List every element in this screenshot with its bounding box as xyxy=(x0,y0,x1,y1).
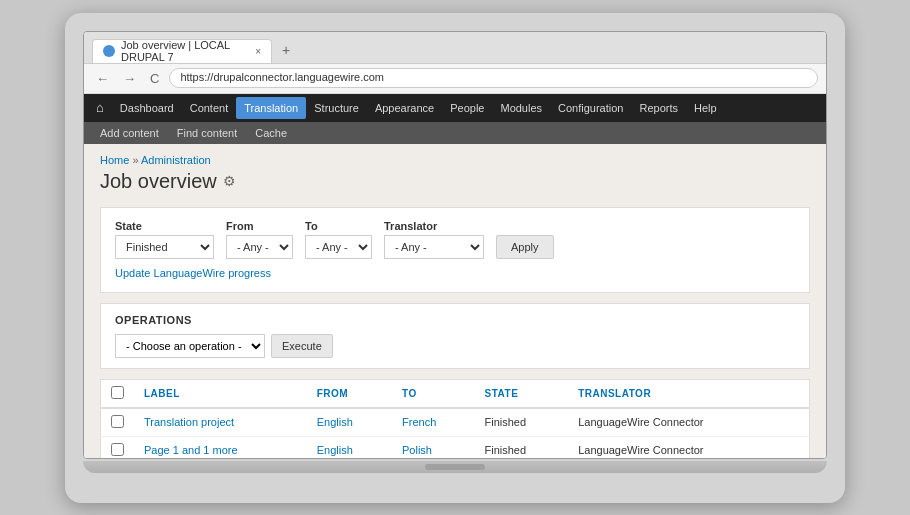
tab-close-button[interactable]: × xyxy=(255,46,261,57)
address-bar: ← → C https://drupalconnector.languagewi… xyxy=(84,64,826,94)
th-translator: TRANSLATOR xyxy=(568,379,809,408)
translator-label: Translator xyxy=(384,220,484,232)
row2-label[interactable]: Page 1 and 1 more xyxy=(134,436,307,458)
page-title: Job overview xyxy=(100,170,217,193)
nav-item-content[interactable]: Content xyxy=(182,97,237,119)
url-bar[interactable]: https://drupalconnector.languagewire.com xyxy=(169,68,818,88)
settings-icon[interactable]: ⚙ xyxy=(223,173,236,189)
nav-item-modules[interactable]: Modules xyxy=(492,97,550,119)
row1-translator: LanguageWire Connector xyxy=(568,408,809,437)
active-tab[interactable]: Job overview | LOCAL DRUPAL 7 × xyxy=(92,39,272,63)
nav-item-translation[interactable]: Translation xyxy=(236,97,306,119)
row2-to[interactable]: Polish xyxy=(392,436,475,458)
row1-check xyxy=(101,408,135,437)
nav-item-structure[interactable]: Structure xyxy=(306,97,367,119)
jobs-table: LABEL FROM TO STATE TRANSLATOR Translati… xyxy=(100,379,810,458)
row2-check xyxy=(101,436,135,458)
th-from: FROM xyxy=(307,379,392,408)
row1-from[interactable]: English xyxy=(307,408,392,437)
operation-select[interactable]: - Choose an operation - xyxy=(115,334,265,358)
row2-state: Finished xyxy=(475,436,569,458)
operations-section: OPERATIONS - Choose an operation - Execu… xyxy=(100,303,810,369)
table-header-row: LABEL FROM TO STATE TRANSLATOR xyxy=(101,379,810,408)
home-nav-icon[interactable]: ⌂ xyxy=(88,96,112,119)
row2-from[interactable]: English xyxy=(307,436,392,458)
translator-filter-group: Translator - Any - xyxy=(384,220,484,259)
row1-to[interactable]: French xyxy=(392,408,475,437)
table-row: Translation project English French Finis… xyxy=(101,408,810,437)
update-languagewire-link[interactable]: Update LanguageWire progress xyxy=(115,267,271,279)
row1-checkbox[interactable] xyxy=(111,415,124,428)
nav-item-configuration[interactable]: Configuration xyxy=(550,97,631,119)
select-all-checkbox[interactable] xyxy=(111,386,124,399)
page-title-row: Job overview ⚙ xyxy=(100,170,810,193)
nav-item-help[interactable]: Help xyxy=(686,97,725,119)
main-navigation: ⌂ Dashboard Content Translation Structur… xyxy=(84,94,826,122)
sub-nav-cache[interactable]: Cache xyxy=(247,124,295,142)
browser-window: Job overview | LOCAL DRUPAL 7 × + ← → C … xyxy=(83,31,827,459)
filter-row: State Finished - Any - Unprocessed Pendi… xyxy=(115,220,795,259)
row1-label[interactable]: Translation project xyxy=(134,408,307,437)
operations-row: - Choose an operation - Execute xyxy=(115,334,795,358)
filter-section: State Finished - Any - Unprocessed Pendi… xyxy=(100,207,810,293)
laptop-base xyxy=(83,461,827,473)
sub-nav-add-content[interactable]: Add content xyxy=(92,124,167,142)
sub-navigation: Add content Find content Cache xyxy=(84,122,826,144)
th-state: STATE xyxy=(475,379,569,408)
breadcrumb-home[interactable]: Home xyxy=(100,154,129,166)
breadcrumb-admin[interactable]: Administration xyxy=(141,154,211,166)
row1-state: Finished xyxy=(475,408,569,437)
breadcrumb-separator: » xyxy=(129,154,141,166)
state-select[interactable]: Finished - Any - Unprocessed Pending Abo… xyxy=(115,235,214,259)
to-filter-group: To - Any - xyxy=(305,220,372,259)
forward-button[interactable]: → xyxy=(119,69,140,88)
execute-button[interactable]: Execute xyxy=(271,334,333,358)
apply-button[interactable]: Apply xyxy=(496,235,554,259)
nav-item-reports[interactable]: Reports xyxy=(631,97,686,119)
laptop-notch xyxy=(425,464,485,470)
row2-translator: LanguageWire Connector xyxy=(568,436,809,458)
row2-checkbox[interactable] xyxy=(111,443,124,456)
refresh-button[interactable]: C xyxy=(146,69,163,88)
table-row: Page 1 and 1 more English Polish Finishe… xyxy=(101,436,810,458)
from-select[interactable]: - Any - xyxy=(226,235,293,259)
state-label: State xyxy=(115,220,214,232)
laptop-frame: Job overview | LOCAL DRUPAL 7 × + ← → C … xyxy=(65,13,845,503)
breadcrumb: Home » Administration xyxy=(100,154,810,166)
from-label: From xyxy=(226,220,293,232)
from-filter-group: From - Any - xyxy=(226,220,293,259)
sub-nav-find-content[interactable]: Find content xyxy=(169,124,246,142)
nav-item-people[interactable]: People xyxy=(442,97,492,119)
translator-select[interactable]: - Any - xyxy=(384,235,484,259)
browser-tabs-bar: Job overview | LOCAL DRUPAL 7 × + xyxy=(84,32,826,64)
nav-item-appearance[interactable]: Appearance xyxy=(367,97,442,119)
operations-title: OPERATIONS xyxy=(115,314,795,326)
tab-title: Job overview | LOCAL DRUPAL 7 xyxy=(121,39,245,63)
page-content: Home » Administration Job overview ⚙ Sta… xyxy=(84,144,826,458)
back-button[interactable]: ← xyxy=(92,69,113,88)
to-label: To xyxy=(305,220,372,232)
to-select[interactable]: - Any - xyxy=(305,235,372,259)
th-to: TO xyxy=(392,379,475,408)
th-label: LABEL xyxy=(134,379,307,408)
th-checkbox xyxy=(101,379,135,408)
nav-item-dashboard[interactable]: Dashboard xyxy=(112,97,182,119)
state-filter-group: State Finished - Any - Unprocessed Pendi… xyxy=(115,220,214,259)
tab-favicon xyxy=(103,45,115,57)
new-tab-button[interactable]: + xyxy=(276,40,296,60)
